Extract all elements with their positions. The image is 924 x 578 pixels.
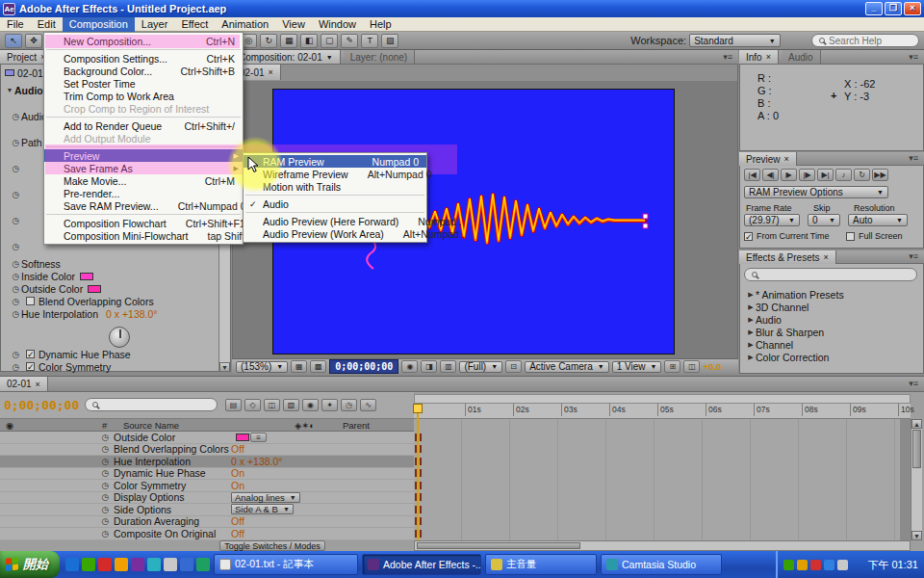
resolution-preview-dropdown[interactable]: Auto▼: [848, 214, 908, 226]
display-options-dropdown[interactable]: Analog lines▼: [231, 492, 300, 503]
property-row[interactable]: ◷ Path: [11, 136, 42, 148]
from-current-time-option[interactable]: ✓ From Current Time: [744, 231, 830, 241]
tray-icon[interactable]: [824, 560, 834, 570]
channels-icon[interactable]: ▥: [440, 360, 456, 373]
panel-menu-icon[interactable]: ▾≡: [723, 52, 736, 62]
timeline-row-hue-interpolation[interactable]: ◷ Hue Interpolation 0 x +138.0°: [0, 456, 414, 468]
property-row-dynamic-hue[interactable]: ◷ ✓ Dynamic Hue Phase: [11, 348, 131, 360]
tab-composition[interactable]: Composition: 02-01▼: [232, 50, 341, 64]
magnification-dropdown[interactable]: (153%)▼: [236, 361, 288, 373]
selection-tool-icon[interactable]: ↖: [5, 34, 22, 48]
checkbox-checked[interactable]: ✓: [744, 232, 753, 241]
pen-tool-icon[interactable]: ✎: [341, 34, 358, 48]
stopwatch-icon[interactable]: ◷: [11, 112, 21, 121]
time-navigator[interactable]: [414, 394, 911, 404]
property-row[interactable]: ◷: [11, 240, 21, 252]
rotation-tool-icon[interactable]: ↻: [260, 34, 277, 48]
submenu-item-audio-preview-forward[interactable]: Audio Preview (Here Forward)Numpad .: [244, 215, 426, 227]
draft-3d-icon[interactable]: ◇: [244, 399, 261, 411]
twirl-right-icon[interactable]: ▶: [746, 341, 756, 349]
stopwatch-icon[interactable]: ◷: [11, 164, 21, 173]
motion-blur-icon[interactable]: ◉: [302, 399, 319, 411]
timeline-row-outside-color[interactable]: ◷ Outside Color ≡: [0, 432, 414, 444]
timeline-row-duration-averaging[interactable]: ◷ Duration Averaging Off: [0, 516, 414, 529]
effects-category[interactable]: ▶* Animation Presets: [746, 288, 844, 301]
next-frame-button[interactable]: |▶: [799, 169, 815, 181]
ram-preview-button[interactable]: ▶▶: [872, 169, 888, 181]
property-row[interactable]: ◷: [11, 214, 21, 226]
menu-item-save-frame-as[interactable]: Save Frame As▶: [44, 162, 243, 174]
scroll-up-icon[interactable]: ▲: [911, 419, 922, 429]
close-icon[interactable]: ×: [766, 52, 771, 62]
stopwatch-icon[interactable]: ◷: [11, 309, 21, 319]
menu-item-set-poster-time[interactable]: Set Poster Time: [44, 77, 243, 90]
submenu-item-audio-preview-workarea[interactable]: Audio Preview (Work Area)Alt+Numpad .: [244, 227, 426, 240]
submenu-item-wireframe-preview[interactable]: Wireframe PreviewAlt+Numpad 0: [244, 168, 426, 180]
timeline-tab[interactable]: 02-01×: [0, 377, 48, 391]
play-button[interactable]: ▶: [781, 169, 797, 181]
brush-tool-icon[interactable]: ▨: [381, 34, 398, 48]
timeline-row-composite-original[interactable]: ◷ Composite On Original Off: [0, 528, 414, 540]
loop-button[interactable]: ↻: [854, 169, 870, 181]
last-frame-button[interactable]: ▶|: [817, 169, 834, 181]
quicklaunch-icon[interactable]: [65, 558, 79, 571]
menu-window[interactable]: Window: [312, 17, 363, 32]
scroll-down-icon[interactable]: ▼: [911, 531, 922, 540]
effects-category[interactable]: ▶Channel: [746, 338, 793, 351]
tab-layer[interactable]: Layer: (none): [344, 50, 415, 64]
panel-menu-icon[interactable]: ▾≡: [909, 379, 922, 388]
timeline-row-color-symmetry[interactable]: ◷ Color Symmetry On: [0, 480, 414, 492]
stopwatch-icon[interactable]: ◷: [11, 297, 21, 306]
submenu-item-ram-preview[interactable]: RAM PreviewNumpad 0: [244, 155, 426, 168]
quicklaunch-icon[interactable]: [98, 558, 112, 571]
taskbar-item-notepad[interactable]: 02-01.txt - 記事本: [214, 554, 358, 575]
menu-animation[interactable]: Animation: [215, 17, 275, 32]
workspace-dropdown[interactable]: Standard ▼: [689, 34, 781, 47]
checkbox-unchecked[interactable]: [846, 232, 855, 241]
property-row-outside-color[interactable]: ◷ Outside Color: [11, 282, 101, 295]
menu-item-composition-settings[interactable]: Composition Settings...Ctrl+K: [44, 52, 243, 65]
eyedropper-icon[interactable]: ≡: [250, 433, 267, 442]
stopwatch-icon[interactable]: ◷: [100, 444, 111, 454]
stopwatch-icon[interactable]: ◷: [11, 190, 21, 199]
menu-item-mini-flowchart[interactable]: Composition Mini-Flowcharttap Shift: [44, 229, 243, 242]
property-row-hue-interpolation[interactable]: ◷ Hue Interpolation 0 x +138.0°: [11, 307, 158, 320]
stopwatch-icon[interactable]: ◷: [100, 457, 111, 466]
effect-name-row[interactable]: ▼ Audio: [5, 84, 43, 96]
quicklaunch-icon[interactable]: [180, 558, 193, 571]
minimize-button[interactable]: _: [865, 2, 883, 15]
scrollbar-thumb[interactable]: [417, 542, 580, 549]
quicklaunch-icon[interactable]: [147, 558, 161, 571]
property-row-softness[interactable]: ◷ Softness: [11, 257, 61, 270]
search-help-input[interactable]: Search Help: [811, 34, 919, 47]
scrollbar-thumb[interactable]: [912, 430, 921, 468]
tray-icon[interactable]: [837, 560, 848, 570]
twirl-right-icon[interactable]: ▶: [746, 328, 756, 336]
stopwatch-icon[interactable]: ◷: [11, 350, 21, 359]
effects-category[interactable]: ▶3D Channel: [746, 301, 808, 313]
stopwatch-icon[interactable]: ◷: [100, 505, 111, 514]
hue-dial[interactable]: [109, 327, 130, 348]
snapshot-icon[interactable]: ◉: [401, 360, 418, 373]
comp-mini-flowchart-icon[interactable]: ▤: [225, 399, 242, 411]
quicklaunch-icon[interactable]: [164, 558, 177, 571]
menu-edit[interactable]: Edit: [31, 17, 63, 32]
frame-rate-dropdown[interactable]: (29.97)▼: [744, 214, 800, 226]
close-icon[interactable]: ×: [36, 380, 40, 389]
exposure-value[interactable]: +0.0: [703, 361, 721, 372]
close-button[interactable]: ×: [904, 2, 921, 15]
tray-icon[interactable]: [783, 560, 794, 570]
taskbar-clock[interactable]: 下午 01:31: [867, 558, 918, 572]
property-row-color-symmetry[interactable]: ◷ ✓ Color Symmetry: [11, 360, 111, 373]
timeline-search-input[interactable]: [85, 398, 218, 411]
panel-menu-icon[interactable]: ▾≡: [909, 52, 922, 62]
checkbox-checked[interactable]: ✓: [26, 350, 35, 358]
twirl-right-icon[interactable]: ▶: [746, 354, 756, 361]
comp-timecode[interactable]: 0;00;00;00: [329, 359, 398, 374]
menu-item-preview[interactable]: Preview▶: [44, 149, 243, 162]
type-tool-icon[interactable]: T: [361, 34, 378, 48]
twirl-right-icon[interactable]: ▶: [746, 316, 756, 324]
skip-dropdown[interactable]: 0▼: [808, 214, 840, 226]
stopwatch-icon[interactable]: ◷: [11, 284, 21, 294]
tab-audio[interactable]: Audio: [782, 50, 821, 64]
